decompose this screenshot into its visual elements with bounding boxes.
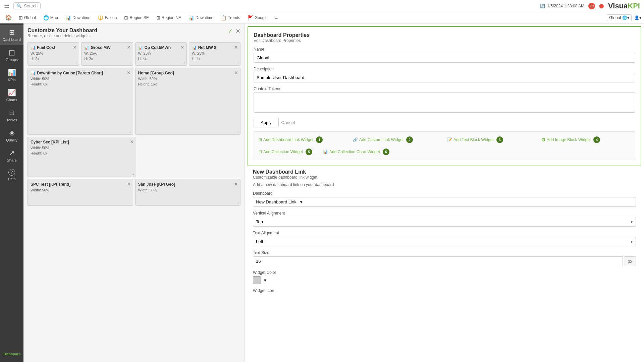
- sidebar-item-groups[interactable]: ◫ Groups: [0, 45, 23, 65]
- add-dashboard-link-button[interactable]: ⊞ Add Dashboard Link Widget 1: [257, 135, 349, 144]
- home-icon[interactable]: 🏠: [3, 14, 15, 21]
- nav-tabs-bar: 🏠 ⊞ Global 🌐 Map 📊 Downtime 🔱 Falcon ⊞ R…: [0, 12, 644, 23]
- sidebar-item-kpis[interactable]: 📊 KPIs: [0, 65, 23, 85]
- widget-home-geo: Home [Group Geo] ✕ Width: 50% Height: 16…: [135, 68, 241, 135]
- widget-san-jose-resize[interactable]: ⌟: [237, 199, 239, 204]
- user-menu-button[interactable]: 👤▾: [634, 15, 641, 20]
- nav-tab-more[interactable]: ≡: [272, 14, 281, 22]
- sidebar-item-dashboard-label: Dashboard: [3, 38, 21, 42]
- nav-tab-regionse[interactable]: ⊞ Region SE: [121, 14, 152, 22]
- add-image-block-button[interactable]: 🖼 Add Image Block Widget 4: [540, 135, 632, 144]
- widget-home-geo-close[interactable]: ✕: [234, 70, 238, 75]
- step-badge-3: 3: [496, 136, 503, 143]
- sidebar-item-charts[interactable]: 📈 Charts: [0, 85, 23, 105]
- op-cost-icon: 📊: [138, 45, 143, 50]
- search-box[interactable]: 🔍 Search: [13, 2, 41, 9]
- widget-san-jose-width: Width: 50%: [138, 188, 238, 192]
- sidebar: ⊞ Dashboard ◫ Groups 📊 KPIs 📈 Charts ⊟ T…: [0, 23, 23, 362]
- sidebar-item-kpis-label: KPIs: [8, 78, 15, 82]
- new-dash-link-desc: Add a new dashboard link on your dashboa…: [253, 182, 636, 187]
- apply-button[interactable]: Apply: [254, 118, 279, 127]
- dashboard-properties-section: Dashboard Properties Edit Dashboard Prop…: [248, 26, 641, 166]
- context-tokens-group: Context Tokens: [254, 86, 635, 114]
- dashboard-dropdown[interactable]: New Dashboard Link ▼: [253, 197, 636, 207]
- search-placeholder: Search: [24, 3, 38, 8]
- add-collection-button[interactable]: ⊟ Add Collection Widget 5: [257, 147, 314, 157]
- add-collection-chart-button[interactable]: 📊 Add Collection Chart Widget 6: [322, 147, 391, 157]
- main-layout: ⊞ Dashboard ◫ Groups 📊 KPIs 📈 Charts ⊟ T…: [0, 23, 644, 362]
- add-image-block-label: Add Image Block Widget: [547, 137, 591, 142]
- widget-downtime-close[interactable]: ✕: [127, 70, 131, 75]
- context-tokens-input[interactable]: [254, 93, 635, 113]
- nav-tab-trends[interactable]: 📋 Trends: [217, 14, 244, 22]
- sidebar-item-share[interactable]: ↗ Share: [0, 145, 23, 166]
- confirm-button[interactable]: ✓: [228, 27, 233, 35]
- nav-tab-google[interactable]: 🚩 Google: [244, 14, 271, 22]
- downtime1-tab-icon: 📊: [65, 15, 71, 20]
- widget-fuel-cost-resize[interactable]: ⌟: [75, 59, 77, 64]
- widget-fuel-cost-close[interactable]: ✕: [73, 45, 77, 50]
- widget-cyber-sec-resize[interactable]: ⌟: [132, 171, 135, 175]
- share-icon: ↗: [9, 149, 15, 157]
- vert-align-select[interactable]: Top Middle Bottom: [253, 217, 636, 227]
- alert-badge[interactable]: 19: [588, 3, 595, 9]
- global-tab-icon: ⊞: [19, 15, 23, 20]
- sidebar-item-dashboard[interactable]: ⊞ Dashboard: [0, 25, 23, 45]
- widget-gross-mw-height: H: 2x: [84, 57, 130, 61]
- description-input[interactable]: [254, 73, 635, 82]
- text-align-select[interactable]: Left Center Right: [253, 237, 636, 246]
- color-dropdown-icon[interactable]: ▼: [263, 278, 267, 283]
- widget-net-mw-title: 📊 Net MW $: [192, 45, 237, 50]
- nav-tab-downtime1-label: Downtime: [72, 15, 90, 20]
- widget-home-geo-resize[interactable]: ⌟: [237, 128, 239, 133]
- widget-gross-mw-close[interactable]: ✕: [127, 45, 131, 50]
- color-swatch[interactable]: [253, 276, 261, 284]
- widget-gross-mw-resize[interactable]: ⌟: [129, 59, 131, 64]
- widget-op-cost-width: W: 25%: [138, 51, 184, 55]
- widget-net-mw-close[interactable]: ✕: [234, 45, 238, 50]
- widget-color-label: Widget Color: [253, 270, 636, 275]
- add-custom-link-button[interactable]: 🔗 Add Custom Link Widget 2: [352, 135, 443, 144]
- nav-tab-downtime1[interactable]: 📊 Downtime: [62, 14, 94, 22]
- step-badge-4: 4: [593, 136, 600, 143]
- nav-tab-global-label: Global: [24, 15, 36, 20]
- global-selector[interactable]: Global 🌐▾: [607, 14, 632, 21]
- step-badge-2: 2: [406, 136, 413, 143]
- widget-net-mw-resize[interactable]: ⌟: [237, 59, 239, 64]
- widget-icon-label: Widget Icon: [253, 288, 636, 293]
- nav-tab-regionne[interactable]: ⊞ Region NE: [153, 14, 184, 22]
- quality-icon: ◈: [9, 129, 14, 137]
- widget-cyber-sec-close[interactable]: ✕: [130, 139, 134, 144]
- widget-op-cost-resize[interactable]: ⌟: [183, 59, 185, 64]
- customize-panel-title: Customize Your Dashboard: [28, 27, 97, 34]
- top-bar: ☰ 🔍 Search 🔄 1/5/2024 1:38:08 AM 19 ⬤ Vi…: [0, 0, 644, 12]
- dashboard-dropdown-group: Dashboard New Dashboard Link ▼: [253, 191, 636, 207]
- widget-color-group: Widget Color ▼: [253, 270, 636, 284]
- sidebar-item-tables[interactable]: ⊟ Tables: [0, 105, 23, 125]
- close-customize-button[interactable]: ✕: [235, 27, 240, 35]
- dashboard-dropdown-icon: ▼: [299, 199, 304, 204]
- add-collection-chart-icon: 📊: [323, 149, 328, 154]
- nav-tab-falcon[interactable]: 🔱 Falcon: [94, 14, 120, 22]
- nav-tab-downtime2[interactable]: 📊 Downtime: [185, 14, 217, 22]
- sidebar-bottom: Transpara: [0, 349, 23, 362]
- name-input[interactable]: [254, 53, 635, 63]
- menu-icon[interactable]: ☰: [4, 2, 9, 10]
- widget-downtime-resize[interactable]: ⌟: [129, 128, 131, 133]
- vert-align-group: Vertical Alignment Top Middle Bottom: [253, 211, 636, 227]
- text-size-input[interactable]: [253, 256, 623, 266]
- nav-tab-global[interactable]: ⊞ Global: [15, 14, 39, 22]
- widget-gross-mw-width: W: 25%: [84, 51, 130, 55]
- sidebar-item-quality[interactable]: ◈ Quality: [0, 125, 23, 145]
- widget-op-cost-close[interactable]: ✕: [180, 45, 184, 50]
- nav-tab-map[interactable]: 🌐 Map: [40, 14, 61, 22]
- regionne-tab-icon: ⊞: [156, 15, 160, 20]
- widget-spc-test-close[interactable]: ✕: [127, 181, 131, 187]
- user-icon: 👤▾: [634, 15, 641, 20]
- widget-san-jose-close[interactable]: ✕: [234, 181, 238, 187]
- more-tab-icon: ≡: [275, 15, 278, 20]
- widget-cyber-sec-title: Cyber Sec [KPI List]: [31, 140, 133, 144]
- name-field-group: Name: [254, 47, 635, 63]
- sidebar-item-help[interactable]: ? Help: [0, 166, 23, 184]
- add-text-block-button[interactable]: 📝 Add Text Block Widget 3: [446, 135, 537, 144]
